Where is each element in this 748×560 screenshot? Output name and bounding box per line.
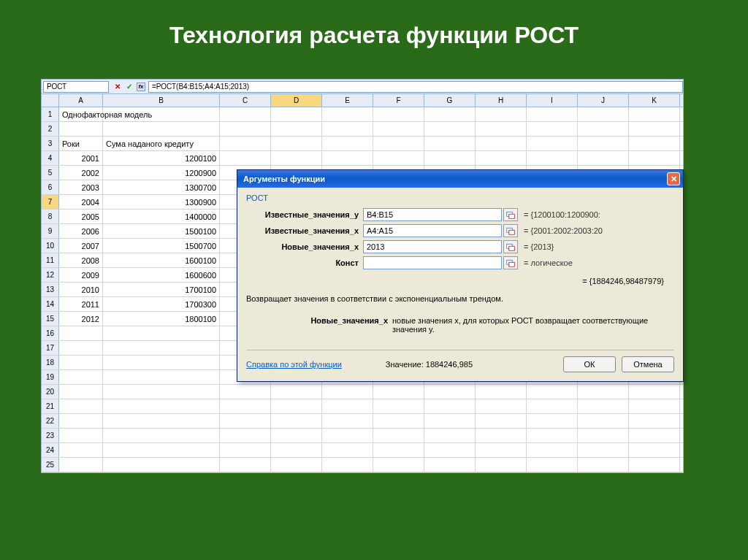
cell[interactable]	[476, 137, 527, 150]
cell[interactable]: 1500100	[103, 224, 220, 238]
cell[interactable]	[322, 429, 373, 442]
close-icon[interactable]: ✕	[667, 172, 680, 185]
cell[interactable]	[271, 399, 322, 413]
cell[interactable]	[103, 356, 220, 369]
cell[interactable]	[59, 443, 103, 457]
cell[interactable]	[271, 107, 322, 121]
cell[interactable]	[59, 399, 103, 413]
cell[interactable]	[476, 458, 527, 472]
row-header[interactable]: 6	[42, 180, 59, 194]
cell[interactable]	[629, 385, 680, 399]
cell[interactable]: 2011	[59, 297, 103, 311]
cell[interactable]	[373, 107, 424, 121]
cell[interactable]	[373, 399, 424, 413]
cell[interactable]	[578, 151, 629, 165]
cell[interactable]	[220, 137, 271, 150]
cell[interactable]	[527, 458, 578, 472]
formula-input[interactable]: =РОСТ(B4:B15;A4:A15;2013)	[148, 81, 683, 93]
cell[interactable]	[271, 122, 322, 136]
cell[interactable]	[629, 122, 680, 136]
cell[interactable]	[629, 107, 680, 121]
range-select-icon[interactable]	[503, 256, 518, 269]
cell[interactable]	[322, 107, 373, 121]
cell[interactable]: 2003	[59, 180, 103, 194]
row-header[interactable]: 1	[42, 107, 59, 121]
cell[interactable]	[59, 385, 103, 399]
cell[interactable]	[103, 341, 220, 355]
cell[interactable]	[322, 122, 373, 136]
row-header[interactable]: 24	[42, 443, 59, 457]
cell[interactable]	[271, 443, 322, 457]
cell[interactable]: 2005	[59, 210, 103, 223]
cell[interactable]: 1600100	[103, 253, 220, 267]
cell[interactable]: 2012	[59, 312, 103, 326]
cell[interactable]	[322, 137, 373, 150]
cell[interactable]	[220, 107, 271, 121]
arg-input[interactable]: 2013	[363, 240, 502, 253]
cell[interactable]	[424, 414, 476, 428]
cell[interactable]	[103, 458, 220, 472]
cell[interactable]	[476, 107, 527, 121]
range-select-icon[interactable]	[503, 208, 518, 221]
column-header-D[interactable]: D	[271, 94, 322, 107]
cell[interactable]: 2001	[59, 151, 103, 165]
cell[interactable]	[424, 399, 476, 413]
cell[interactable]: 1800100	[103, 312, 220, 326]
cell[interactable]: Однофакторная модель	[59, 107, 103, 121]
cell[interactable]: 1200900	[103, 166, 220, 180]
cell[interactable]	[220, 385, 271, 399]
cell[interactable]	[578, 107, 629, 121]
column-header-F[interactable]: F	[373, 94, 424, 107]
cell[interactable]: 1200100	[103, 151, 220, 165]
row-header[interactable]: 16	[42, 326, 59, 340]
row-header[interactable]: 19	[42, 370, 59, 384]
arg-input[interactable]: A4:A15	[363, 224, 502, 237]
cell[interactable]: Сума наданого кредиту	[103, 137, 220, 150]
column-header-B[interactable]: B	[103, 94, 220, 107]
cell[interactable]	[373, 385, 424, 399]
cell[interactable]	[220, 443, 271, 457]
cell[interactable]	[424, 122, 476, 136]
cell[interactable]	[220, 399, 271, 413]
column-header-G[interactable]: G	[424, 94, 476, 107]
cell[interactable]	[322, 458, 373, 472]
cell[interactable]: 2007	[59, 239, 103, 253]
cell[interactable]	[527, 151, 578, 165]
column-header-A[interactable]: A	[59, 94, 103, 107]
cell[interactable]	[373, 151, 424, 165]
cell[interactable]	[220, 414, 271, 428]
cell[interactable]	[629, 458, 680, 472]
cell[interactable]	[322, 385, 373, 399]
row-header[interactable]: 21	[42, 399, 59, 413]
column-header-E[interactable]: E	[322, 94, 373, 107]
arg-input[interactable]: B4:B15	[363, 208, 502, 221]
cell[interactable]	[578, 414, 629, 428]
cell[interactable]	[527, 443, 578, 457]
cell[interactable]	[103, 429, 220, 442]
cell[interactable]	[103, 399, 220, 413]
cell[interactable]	[527, 414, 578, 428]
row-header[interactable]: 17	[42, 341, 59, 355]
row-header[interactable]: 4	[42, 151, 59, 165]
cell[interactable]	[424, 107, 476, 121]
cell[interactable]	[424, 137, 476, 150]
cell[interactable]	[424, 429, 476, 442]
help-link[interactable]: Справка по этой функции	[246, 360, 342, 369]
cell[interactable]	[103, 385, 220, 399]
cell[interactable]	[578, 458, 629, 472]
cell[interactable]	[59, 356, 103, 369]
cell[interactable]	[578, 443, 629, 457]
cell[interactable]	[59, 326, 103, 340]
cell[interactable]	[59, 370, 103, 384]
cell[interactable]	[220, 151, 271, 165]
cell[interactable]	[578, 429, 629, 442]
row-header[interactable]: 25	[42, 458, 59, 472]
cell[interactable]: 2004	[59, 195, 103, 209]
cell[interactable]	[527, 429, 578, 442]
column-header-I[interactable]: I	[527, 94, 578, 107]
cell[interactable]: 1300700	[103, 180, 220, 194]
cell[interactable]	[527, 399, 578, 413]
row-header[interactable]: 22	[42, 414, 59, 428]
cell[interactable]	[373, 443, 424, 457]
cell[interactable]	[271, 414, 322, 428]
